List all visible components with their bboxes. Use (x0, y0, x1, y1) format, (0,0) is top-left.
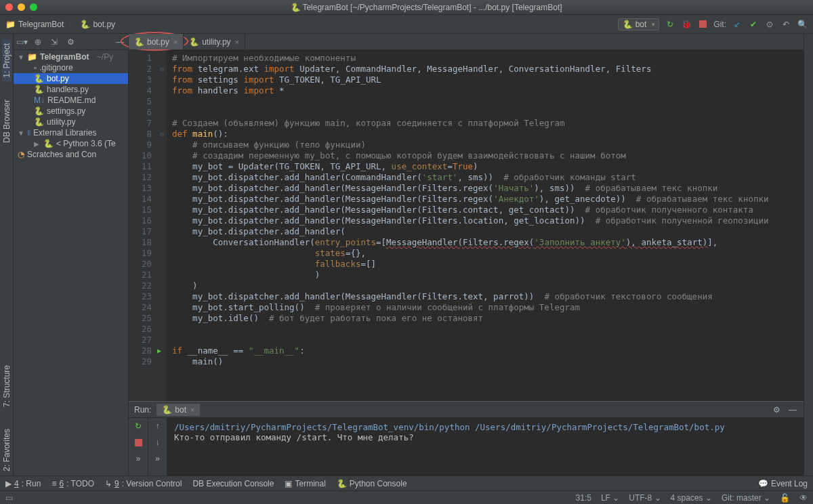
breadcrumb[interactable]: 📁 TelegramBot 〉 🐍 bot.py (5, 18, 115, 30)
up-icon[interactable]: ↑ (152, 421, 163, 432)
run-console[interactable]: /Users/dmitriy/PycharmProjects/TelegramB… (167, 418, 804, 476)
todo-tool-button[interactable]: ≡ 6: TODO (51, 479, 94, 488)
run-config-selector[interactable]: 🐍 bot (618, 18, 660, 30)
python-file-icon: 🐍 (337, 479, 347, 488)
window-title: 🐍TelegramBot [~/PycharmProjects/Telegram… (45, 3, 808, 12)
todo-icon: ≡ (51, 479, 56, 488)
tree-file-bot[interactable]: 🐍bot.py (14, 73, 128, 84)
console-line: /Users/dmitriy/PycharmProjects/TelegramB… (174, 422, 797, 432)
file-encoding[interactable]: UTF-8 ⌄ (629, 493, 661, 503)
maximize-window-button[interactable] (30, 3, 37, 11)
tab-bot[interactable]: 🐍 bot.py × (129, 34, 184, 49)
rerun-icon[interactable]: ↻ (133, 421, 144, 432)
scratches-icon: ◔ (18, 150, 24, 159)
python-file-icon: 🐍 (34, 117, 44, 127)
chevron-right-icon: 〉 (68, 18, 76, 30)
stop-icon[interactable] (697, 19, 708, 30)
breadcrumb-project: TelegramBot (18, 20, 64, 29)
minimize-window-button[interactable] (18, 3, 25, 11)
settings-gear-icon[interactable]: ⚙ (65, 37, 76, 47)
debug-icon[interactable]: 🐞 (681, 19, 692, 30)
chevron-down-icon: ▼ (18, 54, 24, 61)
commit-icon[interactable]: ✔ (748, 19, 759, 30)
project-tool-tab[interactable]: 1: Project (2, 39, 12, 82)
terminal-icon: ▣ (285, 479, 292, 488)
tree-root-path: ~/Py (97, 52, 113, 62)
rerun-icon[interactable]: ↻ (665, 19, 675, 30)
project-view-icon[interactable]: ▭▾ (16, 37, 27, 47)
event-log-button[interactable]: 💬 Event Log (758, 479, 808, 488)
run-tool-button[interactable]: ▶ 4: Run (5, 479, 41, 488)
update-project-icon[interactable]: ↙ (732, 19, 743, 30)
revert-icon[interactable]: ↶ (780, 19, 791, 30)
more-icon[interactable]: » (133, 453, 144, 464)
tree-root-label: TelegramBot (40, 52, 89, 62)
breadcrumb-file: bot.py (93, 20, 115, 29)
tab-label: bot.py (147, 37, 169, 47)
python-console-tool-button[interactable]: 🐍 Python Console (337, 479, 407, 488)
close-icon[interactable]: × (235, 38, 239, 46)
terminal-tool-button[interactable]: ▣ Terminal (285, 479, 325, 488)
locate-icon[interactable]: ⊕ (33, 37, 43, 47)
db-console-tool-button[interactable]: DB Execution Console (192, 479, 274, 488)
hide-icon[interactable]: — (787, 404, 798, 415)
run-side-tools: ↻ » (129, 418, 148, 476)
run-tab[interactable]: 🐍 bot × (157, 404, 200, 416)
search-icon[interactable]: 🔍 (797, 19, 808, 30)
tree-file-settings[interactable]: 🐍settings.py (14, 106, 128, 117)
inspection-eye-icon[interactable]: 👁 (799, 493, 808, 503)
run-icon: ▶ (5, 479, 12, 488)
python-file-icon: 🐍 (162, 405, 172, 415)
chevron-right-icon: ▶ (34, 140, 41, 148)
indent-setting[interactable]: 4 spaces ⌄ (671, 493, 712, 503)
line-separator[interactable]: LF ⌄ (601, 493, 619, 503)
python-file-icon: 🐍 (80, 20, 90, 29)
project-tree-panel: ▭▾ ⊕ ⇲ ⚙ — ▼ 📁 TelegramBot ~/Py ▫.gitign… (14, 34, 129, 476)
close-icon[interactable]: × (190, 406, 194, 414)
vcs-tool-button[interactable]: ↳ 9: Version Control (105, 479, 182, 488)
folder-icon: 📁 (27, 52, 37, 62)
history-icon[interactable]: ⊙ (764, 19, 775, 30)
left-tool-strip: 1: Project DB Browser 7: Structure 2: Fa… (0, 34, 14, 476)
git-label: Git: (713, 20, 726, 29)
stop-icon[interactable] (133, 437, 144, 448)
python-file-icon: 🐍 (623, 20, 633, 29)
tree-file-gitignore[interactable]: ▫.gitignore (14, 62, 128, 73)
file-icon: ▫ (34, 63, 37, 72)
collapse-icon[interactable]: ⇲ (49, 37, 60, 47)
tree-file-handlers[interactable]: 🐍handlers.py (14, 84, 128, 95)
tree-file-readme[interactable]: M↓README.md (14, 95, 128, 106)
favorites-tool-tab[interactable]: 2: Favorites (2, 425, 12, 476)
status-indicator-icon[interactable]: ▭ (5, 493, 13, 503)
tree-scratches[interactable]: ◔ Scratches and Con (14, 149, 128, 160)
python-file-icon: 🐍 (43, 139, 54, 148)
python-file-icon: 🐍 (34, 85, 44, 94)
down-icon[interactable]: ↓ (152, 437, 163, 448)
chevron-down-icon: ▼ (18, 129, 24, 137)
line-gutter: 1234 5678 9101112 13141516 17181920 2122… (129, 50, 157, 401)
run-config-name: bot (635, 20, 647, 29)
tree-root[interactable]: ▼ 📁 TelegramBot ~/Py (14, 51, 128, 62)
tree-file-utility[interactable]: 🐍utility.py (14, 117, 128, 127)
branch-icon: ↳ (105, 479, 112, 488)
structure-tool-tab[interactable]: 7: Structure (2, 361, 12, 411)
close-window-button[interactable] (5, 3, 13, 11)
tab-utility[interactable]: 🐍 utility.py × (184, 34, 245, 49)
tree-toolbar: ▭▾ ⊕ ⇲ ⚙ — (14, 34, 128, 50)
tree-python-sdk[interactable]: ▶ 🐍 < Python 3.6 (Te (14, 138, 128, 149)
close-icon[interactable]: × (173, 38, 178, 46)
code-content[interactable]: # Импортируем необходимые компоненты fro… (167, 50, 804, 401)
tree-external-libs[interactable]: ▼ ⫴ External Libraries (14, 127, 128, 138)
settings-gear-icon[interactable]: ⚙ (771, 404, 782, 415)
python-file-icon: 🐍 (34, 106, 44, 116)
cursor-position[interactable]: 31:5 (576, 493, 591, 503)
window-titlebar: 🐍TelegramBot [~/PycharmProjects/Telegram… (0, 0, 813, 15)
hide-icon[interactable]: — (114, 37, 125, 47)
readonly-lock-icon[interactable]: 🔓 (780, 493, 790, 503)
tab-label: utility.py (202, 37, 230, 47)
status-bar: ▭ 31:5 LF ⌄ UTF-8 ⌄ 4 spaces ⌄ Git: mast… (0, 490, 813, 504)
code-editor[interactable]: 1234 5678 9101112 13141516 17181920 2122… (129, 50, 804, 401)
git-branch[interactable]: Git: master ⌄ (722, 493, 770, 503)
db-browser-tool-tab[interactable]: DB Browser (2, 96, 12, 147)
more-icon[interactable]: » (152, 453, 163, 464)
